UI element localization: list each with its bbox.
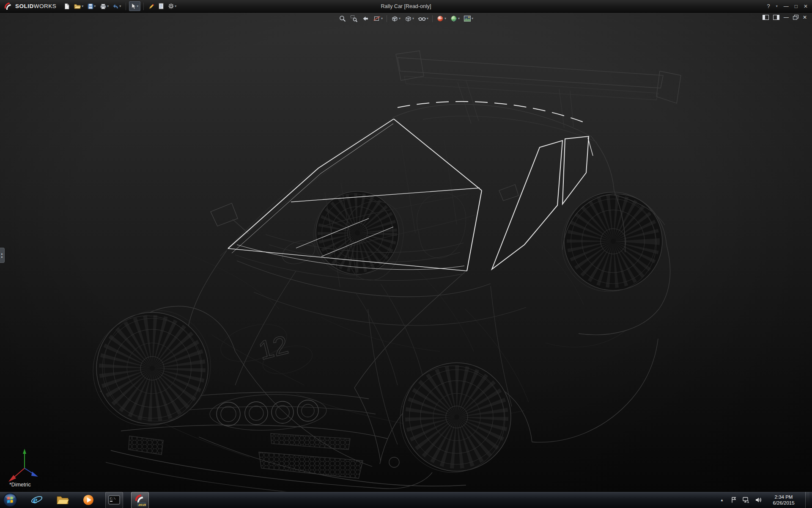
- open-file-icon: [74, 3, 81, 9]
- print-dropdown-arrow[interactable]: ▾: [107, 5, 109, 8]
- start-button[interactable]: [3, 492, 18, 508]
- file-properties-button[interactable]: [157, 2, 165, 11]
- file-properties-icon: [159, 3, 164, 9]
- sketch-button[interactable]: [147, 2, 156, 11]
- zoom-to-fit-icon: [339, 15, 346, 22]
- featuremanager-flyout-tab[interactable]: ▸ ▸: [0, 248, 5, 263]
- volume-icon[interactable]: [755, 497, 762, 503]
- options-button[interactable]: ▾: [166, 2, 178, 11]
- app-maximize-button[interactable]: □: [795, 3, 798, 9]
- hide-show-items-button[interactable]: ▾: [417, 14, 430, 23]
- display-style-button[interactable]: ▾: [403, 14, 415, 23]
- display-style-icon: [404, 15, 412, 22]
- zoom-to-fit-button[interactable]: [337, 14, 348, 23]
- view-orientation-dropdown[interactable]: ▾: [399, 17, 401, 20]
- solidworks-logo-icon: [3, 2, 13, 11]
- save-dropdown-arrow[interactable]: ▾: [94, 5, 96, 8]
- pane-split-left-icon[interactable]: [763, 15, 769, 20]
- doc-close-button[interactable]: ✕: [803, 14, 807, 20]
- network-status-icon[interactable]: [742, 497, 750, 503]
- brand-text: SOLIDWORKS: [15, 3, 56, 9]
- pane-split-right-icon[interactable]: [773, 15, 779, 20]
- select-cursor-icon: [131, 3, 136, 9]
- app-minimize-button[interactable]: —: [784, 3, 789, 9]
- show-hidden-icons-button[interactable]: ▲: [719, 497, 725, 504]
- save-button[interactable]: ▾: [86, 2, 97, 11]
- show-desktop-button[interactable]: [805, 492, 809, 508]
- clock-time: 2:34 PM: [767, 494, 800, 500]
- headsup-separator: [432, 15, 433, 22]
- previous-view-button[interactable]: [360, 14, 370, 23]
- orientation-label: *Dimetric: [9, 482, 31, 488]
- taskbar: e C:\: [0, 491, 812, 508]
- zoom-to-area-button[interactable]: [349, 14, 359, 23]
- view-orientation-cube-icon: [391, 15, 398, 22]
- solidworks-brand: SOLIDWORKS: [0, 0, 62, 12]
- headsup-view-toolbar: ▾ ▾ ▾: [337, 14, 475, 23]
- flyout-arrow: ▸: [1, 252, 3, 255]
- section-view-button[interactable]: ▾: [372, 14, 384, 23]
- edit-appearance-button[interactable]: ▾: [435, 14, 447, 23]
- media-player-icon: [82, 494, 94, 506]
- select-dropdown-arrow[interactable]: ▾: [137, 5, 138, 8]
- apply-scene-globe-icon: [450, 15, 458, 22]
- open-file-button[interactable]: ▾: [72, 2, 85, 11]
- clock-date: 6/26/2015: [767, 500, 800, 506]
- display-style-dropdown[interactable]: ▾: [412, 17, 414, 20]
- apply-scene-button[interactable]: ▾: [449, 14, 461, 23]
- action-center-flag-icon[interactable]: [730, 497, 737, 503]
- undo-dropdown-arrow[interactable]: ▾: [119, 5, 121, 8]
- sw-version-badge: 2015: [138, 503, 146, 507]
- taskbar-command-prompt[interactable]: C:\: [105, 492, 123, 508]
- print-button[interactable]: ▾: [98, 2, 110, 11]
- internet-explorer-icon: e: [30, 494, 43, 506]
- hide-show-glasses-icon: [418, 15, 426, 22]
- save-icon: [88, 3, 93, 9]
- view-settings-dropdown[interactable]: ▾: [472, 17, 473, 20]
- zoom-to-area-icon: [350, 15, 358, 22]
- section-view-icon: [373, 15, 381, 22]
- new-file-icon: [64, 3, 70, 10]
- graphics-viewport[interactable]: 12: [0, 13, 812, 491]
- select-button[interactable]: ▾: [129, 1, 140, 11]
- folder-icon: [56, 495, 69, 505]
- window-title: Rally Car [Read-only]: [381, 3, 431, 9]
- hide-show-dropdown[interactable]: ▾: [427, 17, 428, 20]
- taskbar-solidworks[interactable]: 2015: [131, 492, 149, 508]
- section-view-dropdown[interactable]: ▾: [381, 17, 383, 20]
- svg-text:e: e: [33, 494, 38, 505]
- view-orientation-button[interactable]: ▾: [390, 14, 402, 23]
- help-button[interactable]: ?: [767, 3, 770, 9]
- command-prompt-icon: C:\: [108, 495, 120, 505]
- help-dropdown-arrow[interactable]: ▾: [776, 5, 778, 8]
- brand-bold: SOLID: [15, 3, 34, 9]
- apply-scene-dropdown[interactable]: ▾: [458, 17, 460, 20]
- taskbar-clock[interactable]: 2:34 PM 6/26/2015: [767, 494, 800, 506]
- system-tray: ▲ 2:34 PM 6/26/2015: [719, 492, 812, 508]
- solidworks-taskbar-icon: 2015: [134, 494, 146, 506]
- toolbar-separator: [126, 3, 126, 10]
- view-settings-scene-icon: [464, 15, 471, 22]
- new-file-button[interactable]: [62, 2, 71, 11]
- taskbar-internet-explorer[interactable]: e: [28, 492, 46, 508]
- titlebar-right-controls: ? ▾ — □ ✕: [767, 3, 812, 9]
- taskbar-media-player[interactable]: [80, 492, 97, 508]
- view-settings-button[interactable]: ▾: [462, 14, 475, 23]
- options-dropdown-arrow[interactable]: ▾: [175, 5, 176, 8]
- app-close-button[interactable]: ✕: [804, 3, 808, 9]
- undo-icon: [113, 4, 119, 9]
- cmd-label: C:\: [110, 497, 116, 500]
- options-gear-icon: [168, 3, 174, 9]
- print-icon: [100, 3, 107, 9]
- undo-button[interactable]: ▾: [111, 3, 123, 10]
- doc-restore-button[interactable]: [793, 15, 798, 20]
- open-dropdown-arrow[interactable]: ▾: [82, 5, 83, 8]
- edit-appearance-ball-icon: [436, 15, 444, 22]
- flyout-arrow: ▸: [1, 255, 3, 258]
- document-window-controls: — ✕: [763, 14, 807, 20]
- toolbar-separator: [143, 3, 144, 10]
- edit-appearance-dropdown[interactable]: ▾: [444, 17, 446, 20]
- orientation-triad: [7, 448, 42, 486]
- taskbar-file-explorer[interactable]: [54, 492, 71, 508]
- doc-minimize-button[interactable]: —: [784, 14, 789, 20]
